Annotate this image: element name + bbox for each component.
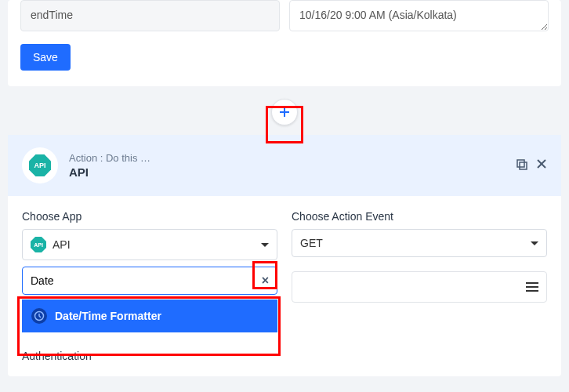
api-icon: API bbox=[31, 237, 46, 252]
add-step-row bbox=[0, 86, 569, 135]
choose-action-value: GET bbox=[300, 237, 323, 249]
close-icon[interactable] bbox=[536, 158, 547, 173]
save-button[interactable]: Save bbox=[20, 44, 71, 71]
app-search-input[interactable] bbox=[31, 274, 262, 287]
chevron-down-icon bbox=[531, 241, 538, 245]
action-title: API bbox=[69, 165, 150, 179]
choose-app-column: Choose App API API × Date/Time bbox=[22, 210, 277, 332]
action-title-block: Action : Do this … API bbox=[69, 152, 150, 179]
authentication-label: Authentication bbox=[22, 350, 547, 362]
chevron-down-icon bbox=[261, 243, 269, 247]
app-search-input-wrap: × bbox=[22, 267, 277, 295]
add-step-button[interactable] bbox=[271, 99, 298, 125]
clear-search-icon[interactable]: × bbox=[262, 274, 269, 288]
field-row: endTime 10/16/20 9:00 AM (Asia/Kolkata) bbox=[20, 0, 549, 31]
action-card: API Action : Do this … API Choose App bbox=[8, 135, 561, 376]
top-config-card: endTime 10/16/20 9:00 AM (Asia/Kolkata) … bbox=[8, 0, 561, 86]
choose-app-label: Choose App bbox=[22, 210, 277, 223]
choose-action-select[interactable]: GET bbox=[292, 229, 547, 257]
action-header: API Action : Do this … API bbox=[8, 135, 561, 196]
dropdown-option-label: Date/Time Formatter bbox=[55, 310, 161, 322]
choose-action-label: Choose Action Event bbox=[292, 210, 547, 223]
choose-action-column: Choose Action Event GET bbox=[292, 210, 547, 332]
action-subtitle: Action : Do this … bbox=[69, 152, 150, 164]
choose-app-value: API bbox=[53, 238, 71, 251]
api-icon: API bbox=[29, 154, 51, 176]
action-body: Choose App API API × Date/Time bbox=[8, 196, 561, 376]
svg-rect-2 bbox=[520, 162, 527, 169]
svg-rect-3 bbox=[517, 160, 524, 167]
clock-icon bbox=[31, 308, 47, 324]
dropdown-option-date-time-formatter[interactable]: Date/Time Formatter bbox=[22, 299, 277, 332]
param-value-field[interactable]: 10/16/20 9:00 AM (Asia/Kolkata) bbox=[289, 0, 549, 31]
app-icon-circle: API bbox=[22, 147, 58, 183]
copy-icon[interactable] bbox=[516, 158, 528, 173]
menu-icon bbox=[526, 282, 538, 292]
param-name-field[interactable]: endTime bbox=[20, 0, 280, 31]
choose-app-select[interactable]: API API bbox=[22, 229, 277, 260]
plus-icon bbox=[278, 106, 291, 118]
action-header-controls bbox=[516, 158, 547, 173]
options-bar[interactable] bbox=[292, 271, 547, 303]
